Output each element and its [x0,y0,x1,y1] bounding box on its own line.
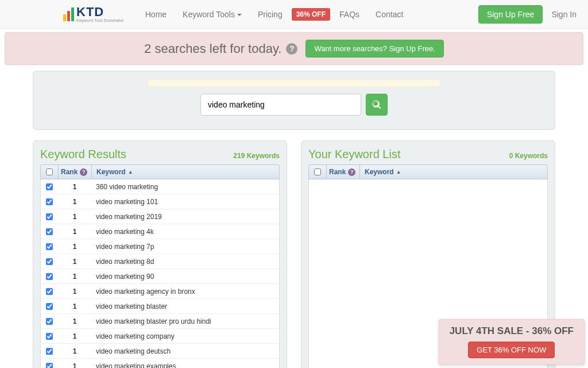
row-checkbox[interactable] [46,303,53,310]
nav-items: Home Keyword Tools Pricing 36% OFF FAQs … [138,5,411,24]
row-rank: 1 [58,332,91,340]
alert-message: 2 searches left for today. [144,41,281,56]
table-row: 1360 video marketing [41,179,279,194]
chevron-down-icon [237,14,242,16]
row-keyword: video marketing 8d [91,258,279,266]
table-row: 1video marketing 2019 [41,209,279,224]
row-rank: 1 [58,362,91,369]
search-icon [372,100,381,109]
row-keyword: video marketing 90 [91,273,279,281]
row-checkbox[interactable] [46,333,53,340]
row-keyword: video marketing blaster pro urdu hindi [91,317,279,325]
navbar: KTD Keyword Tool Dominator Home Keyword … [0,0,588,29]
row-checkbox[interactable] [46,348,53,355]
info-strip [148,79,440,87]
signup-button[interactable]: Sign Up Free [478,5,543,24]
row-rank: 1 [58,317,91,325]
row-checkbox[interactable] [46,198,53,205]
results-count: 219 Keywords [233,152,280,160]
table-row: 1video marketing blaster pro urdu hindi [41,314,279,329]
help-icon[interactable]: ? [348,168,355,176]
row-rank: 1 [58,243,91,251]
keyword-results-panel: Keyword Results 219 Keywords Rank? Keywo… [33,140,287,368]
table-row: 1video marketing deutsch [41,344,279,359]
results-grid-header: Rank? Keyword▲ [40,164,280,179]
row-keyword: video marketing 4k [91,228,279,236]
brand-logo[interactable]: KTD Keyword Tool Dominator [63,6,124,22]
discount-badge[interactable]: 36% OFF [292,8,330,21]
row-keyword: video marketing 2019 [91,213,279,221]
sort-asc-icon: ▲ [128,169,133,175]
row-keyword: video marketing examples [91,362,279,369]
table-row: 1video marketing agency in bronx [41,284,279,299]
results-col-keyword[interactable]: Keyword▲ [91,165,279,179]
results-col-rank[interactable]: Rank? [58,165,91,179]
sale-promo-popup: JULY 4TH SALE - 36% OFF GET 36% OFF NOW [439,319,585,365]
list-select-all[interactable] [314,168,321,175]
logo-bars-icon [63,7,74,21]
row-checkbox[interactable] [46,363,53,369]
row-rank: 1 [58,347,91,355]
row-keyword: 360 video marketing [91,183,279,191]
row-checkbox[interactable] [46,318,53,325]
table-row: 1video marketing 101 [41,194,279,209]
row-checkbox[interactable] [46,228,53,235]
table-row: 1video marketing 8d [41,254,279,269]
row-checkbox[interactable] [46,213,53,220]
row-rank: 1 [58,302,91,310]
list-grid-header: Rank? Keyword▲ [308,164,548,179]
row-keyword: video marketing company [91,332,279,340]
results-grid-body: 1360 video marketing1video marketing 101… [40,179,280,368]
row-keyword: video marketing 101 [91,198,279,206]
nav-keyword-tools[interactable]: Keyword Tools [176,5,249,24]
brand-main: KTD [76,6,124,18]
table-row: 1video marketing 90 [41,269,279,284]
list-col-keyword[interactable]: Keyword▲ [359,165,547,179]
row-checkbox[interactable] [46,273,53,280]
want-more-button[interactable]: Want more searches? Sign Up Free. [305,40,444,57]
nav-faqs[interactable]: FAQs [332,5,366,24]
list-count: 0 Keywords [509,152,548,160]
help-icon[interactable]: ? [80,168,87,176]
search-button[interactable] [366,94,388,116]
search-panel [33,71,555,130]
help-icon[interactable]: ? [286,43,297,55]
table-row: 1video marketing 7p [41,239,279,254]
results-title: Keyword Results [40,148,126,161]
promo-cta-button[interactable]: GET 36% OFF NOW [468,342,555,358]
row-checkbox[interactable] [46,183,53,190]
row-rank: 1 [58,198,91,206]
row-keyword: video marketing 7p [91,243,279,251]
list-title: Your Keyword List [308,148,400,161]
searches-left-alert: 2 searches left for today. ? Want more s… [5,32,583,65]
table-row: 1video marketing examples [41,359,279,368]
table-row: 1video marketing blaster [41,299,279,314]
nav-contact[interactable]: Contact [369,5,410,24]
row-keyword: video marketing agency in bronx [91,288,279,296]
nav-pricing[interactable]: Pricing [251,5,289,24]
row-rank: 1 [58,213,91,221]
results-select-all[interactable] [46,168,53,175]
table-row: 1video marketing company [41,329,279,344]
signin-link[interactable]: Sign In [551,10,577,19]
row-checkbox[interactable] [46,258,53,265]
keyword-search-input[interactable] [200,94,361,116]
nav-keyword-tools-label: Keyword Tools [183,10,235,19]
row-rank: 1 [58,288,91,296]
row-rank: 1 [58,183,91,191]
row-checkbox[interactable] [46,288,53,295]
row-keyword: video marketing deutsch [91,347,279,355]
row-keyword: video marketing blaster [91,302,279,310]
row-rank: 1 [58,273,91,281]
brand-sub: Keyword Tool Dominator [76,18,124,22]
table-row: 1video marketing 4k [41,224,279,239]
nav-home[interactable]: Home [138,5,173,24]
sort-asc-icon: ▲ [396,169,401,175]
row-checkbox[interactable] [46,243,53,250]
row-rank: 1 [58,228,91,236]
list-col-rank[interactable]: Rank? [326,165,359,179]
row-rank: 1 [58,258,91,266]
promo-title: JULY 4TH SALE - 36% OFF [450,325,574,337]
